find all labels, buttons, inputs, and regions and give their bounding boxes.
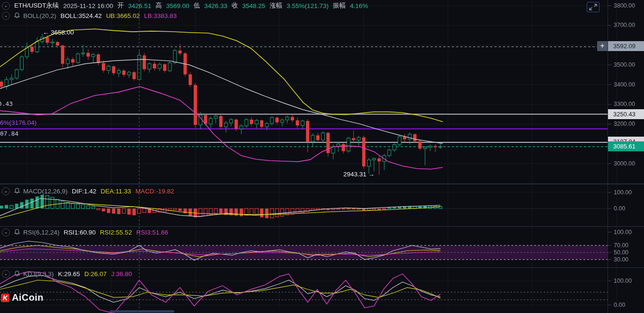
rsi3-value: RSI3:51.66 bbox=[136, 229, 169, 236]
alert-bell-icon[interactable] bbox=[14, 270, 20, 278]
axis-tick-label: 70.00 bbox=[614, 242, 628, 249]
axis-tick-label: 3200.00 bbox=[614, 121, 635, 127]
axis-tick-label: 3700.00 bbox=[614, 22, 635, 28]
axis-tick-label: 0.00 bbox=[614, 205, 625, 212]
chart-scrollbar-thumb[interactable] bbox=[110, 310, 174, 313]
axis-tick-label: 100.00 bbox=[614, 229, 632, 235]
boll-title: BOLL(20,2) bbox=[23, 12, 56, 19]
ohlc-header: ⌄ ETH/USDT永续 2025-11-12 16:00 开3426.51 高… bbox=[6, 1, 368, 10]
open-label: 开 bbox=[117, 1, 124, 10]
aicoin-logo-text: AiCoin bbox=[12, 292, 44, 303]
kdj-d-value: D:26.07 bbox=[84, 270, 107, 278]
expand-icon bbox=[587, 2, 599, 12]
kdj-title: KDJ(9,3,3) bbox=[23, 270, 54, 278]
left-resistance-label: 50.43 bbox=[0, 100, 13, 107]
axis-tick-label: 3800.00 bbox=[614, 2, 635, 9]
aicoin-watermark: K AiCoin bbox=[1, 292, 44, 303]
high-price-annotation: ← 3658.00 bbox=[43, 29, 74, 36]
close-label: 收 bbox=[232, 1, 238, 10]
chart-canvas[interactable] bbox=[0, 0, 644, 313]
macd-hist-value: MACD:-19.82 bbox=[135, 188, 174, 195]
amplitude-value: 4.16% bbox=[350, 2, 368, 9]
boll-lb-value: LB:3383.83 bbox=[144, 12, 177, 19]
kdj-j-value: J:36.80 bbox=[111, 270, 132, 278]
kdj-k-value: K:29.65 bbox=[58, 270, 80, 278]
left-fib-label: 6%(3176.04) bbox=[0, 119, 36, 126]
axis-tick-label: 0.00 bbox=[614, 302, 625, 308]
boll-ub-value: UB:3665.02 bbox=[106, 12, 140, 19]
high-value: 3569.00 bbox=[166, 2, 189, 9]
axis-tick-label: 50.00 bbox=[614, 249, 628, 256]
aicoin-logo-icon: K bbox=[1, 294, 9, 302]
axis-tick-label: 3500.00 bbox=[614, 61, 635, 68]
alert-bell-icon[interactable] bbox=[14, 12, 20, 20]
trading-chart-app: ⌄ ETH/USDT永续 2025-11-12 16:00 开3426.51 高… bbox=[0, 0, 644, 313]
macd-dea-value: DEA:11.33 bbox=[101, 188, 131, 195]
axis-tick-label: 3300.00 bbox=[614, 101, 635, 107]
rsi-header: ⌄ RSI(6,12,24) RSI1:60.90 RSI2:55.52 RSI… bbox=[6, 228, 168, 236]
datetime-label: 2025-11-12 16:00 bbox=[63, 2, 114, 9]
rsi1-value: RSI1:60.90 bbox=[64, 229, 96, 236]
upper-level-badge: 3592.09 bbox=[608, 41, 644, 51]
axis-tick-label: 100.00 bbox=[614, 278, 632, 284]
change-label: 涨幅 bbox=[269, 1, 282, 10]
add-alert-plus-button[interactable]: + bbox=[597, 41, 608, 51]
left-support-label: 07.84 bbox=[0, 130, 18, 137]
boll-mid-value: BOLL:3524.42 bbox=[61, 12, 102, 19]
close-value: 3548.25 bbox=[242, 2, 266, 9]
kdj-header: ⌄ KDJ(9,3,3) K:29.65 D:26.07 J:36.80 bbox=[6, 270, 132, 278]
macd-dif-value: DIF:1.42 bbox=[72, 188, 97, 195]
resistance-level-badge: 3250.43 bbox=[608, 109, 644, 119]
axis-tick-label: 30.00 bbox=[614, 256, 628, 263]
amplitude-label: 振幅 bbox=[333, 1, 346, 10]
rsi2-value: RSI2:55.52 bbox=[100, 229, 132, 236]
axis-tick-label: 3400.00 bbox=[614, 81, 635, 88]
low-price-annotation: 2943.31 → bbox=[343, 171, 375, 178]
macd-header: ⌄ MACD(12,26,9) DIF:1.42 DEA:11.33 MACD:… bbox=[6, 187, 174, 195]
alert-bell-icon[interactable] bbox=[14, 188, 20, 195]
collapse-chevron-icon[interactable]: ⌄ bbox=[2, 270, 10, 278]
last-price-badge: 3085.61 bbox=[608, 141, 644, 151]
collapse-chevron-icon[interactable]: ⌄ bbox=[2, 12, 10, 20]
change-value: 3.55%(121.73) bbox=[286, 2, 329, 9]
low-value: 3426.33 bbox=[204, 2, 227, 9]
low-label: 低 bbox=[194, 1, 200, 10]
collapse-chevron-icon[interactable]: ⌄ bbox=[2, 228, 10, 236]
axis-tick-label: 3000.00 bbox=[614, 160, 635, 167]
rsi-title: RSI(6,12,24) bbox=[23, 229, 60, 236]
symbol-label: ETH/USDT永续 bbox=[14, 1, 59, 10]
collapse-chevron-icon[interactable]: ⌄ bbox=[2, 2, 10, 10]
axis-tick-label: 100.00 bbox=[614, 189, 632, 196]
boll-header: ⌄ BOLL(20,2) BOLL:3524.42 UB:3665.02 LB:… bbox=[6, 12, 177, 20]
macd-title: MACD(12,26,9) bbox=[23, 188, 68, 195]
fullscreen-button[interactable] bbox=[587, 2, 599, 12]
open-value: 3426.51 bbox=[128, 2, 152, 9]
collapse-chevron-icon[interactable]: ⌄ bbox=[2, 187, 10, 195]
high-label: 高 bbox=[155, 1, 162, 10]
alert-bell-icon[interactable] bbox=[14, 229, 20, 236]
